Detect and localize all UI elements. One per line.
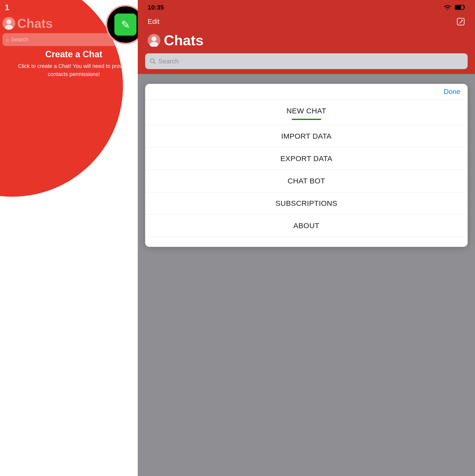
left-header-row: Chats bbox=[2, 16, 53, 31]
action-item-subscriptions-label: SUBSCRIPTIONS bbox=[276, 199, 337, 207]
svg-point-2 bbox=[5, 25, 13, 30]
status-time: 10:35 bbox=[148, 4, 164, 11]
status-bar: 10:35 bbox=[138, 0, 475, 15]
action-item-about[interactable]: ABOUT bbox=[145, 215, 468, 237]
status-icons bbox=[443, 4, 465, 11]
action-item-import-data[interactable]: IMPORT DATA bbox=[145, 125, 468, 148]
search-bar-icon bbox=[150, 58, 156, 64]
search-container: Search bbox=[138, 53, 475, 74]
compose-pencil-icon: ✎ bbox=[121, 18, 130, 31]
left-number: 1 bbox=[5, 3, 9, 12]
svg-point-1 bbox=[6, 19, 11, 24]
svg-rect-4 bbox=[464, 6, 465, 8]
nav-compose-button[interactable] bbox=[456, 17, 465, 26]
search-bar[interactable]: Search bbox=[145, 53, 468, 69]
action-item-new-chat[interactable]: NEW CHAT bbox=[145, 100, 468, 125]
action-item-import-data-label: IMPORT DATA bbox=[281, 132, 332, 140]
action-item-chat-bot[interactable]: CHAT BOT bbox=[145, 170, 468, 192]
left-chats-title: Chats bbox=[17, 16, 53, 31]
left-avatar-icon bbox=[2, 17, 15, 30]
create-chat-title: Create a Chat bbox=[12, 49, 135, 60]
compose-icon-inner: ✎ bbox=[114, 14, 137, 36]
action-item-export-data[interactable]: EXPORT DATA bbox=[145, 148, 468, 170]
right-panel: 10:35 Edit bbox=[138, 0, 475, 476]
chats-title: Chats bbox=[164, 32, 203, 49]
create-chat-overlay: Create a Chat Click to create a Chat! Yo… bbox=[12, 49, 135, 78]
action-item-chat-bot-label: CHAT BOT bbox=[288, 177, 325, 185]
left-panel: 1 Edit Chats ⌕ Search ✎ Create a Chat Cl… bbox=[0, 0, 138, 476]
svg-line-11 bbox=[154, 62, 156, 64]
search-bar-placeholder: Search bbox=[158, 58, 178, 65]
action-item-new-chat-label: NEW CHAT bbox=[287, 107, 326, 115]
action-sheet-footer bbox=[145, 237, 468, 247]
done-button[interactable]: Done bbox=[444, 88, 460, 96]
chats-header: Chats bbox=[138, 30, 475, 53]
new-chat-underline bbox=[292, 119, 321, 120]
wifi-icon bbox=[443, 4, 452, 11]
action-sheet: Done NEW CHAT IMPORT DATA EXPORT DATA CH… bbox=[145, 84, 468, 247]
chats-avatar-icon bbox=[148, 34, 160, 47]
content-area: Done NEW CHAT IMPORT DATA EXPORT DATA CH… bbox=[138, 74, 475, 476]
battery-icon bbox=[455, 5, 465, 10]
left-search-icon: ⌕ bbox=[6, 36, 9, 43]
action-sheet-header: Done bbox=[145, 84, 468, 100]
create-chat-subtitle: Click to create a Chat! You will need to… bbox=[12, 62, 135, 78]
nav-bar: Edit bbox=[138, 15, 475, 30]
action-item-export-data-label: EXPORT DATA bbox=[281, 154, 333, 163]
action-item-about-label: ABOUT bbox=[294, 221, 319, 230]
nav-edit-button[interactable]: Edit bbox=[148, 18, 159, 26]
svg-point-8 bbox=[152, 36, 157, 41]
left-search-text: Search bbox=[11, 36, 28, 43]
svg-rect-5 bbox=[456, 6, 461, 9]
action-item-subscriptions[interactable]: SUBSCRIPTIONS bbox=[145, 192, 468, 215]
